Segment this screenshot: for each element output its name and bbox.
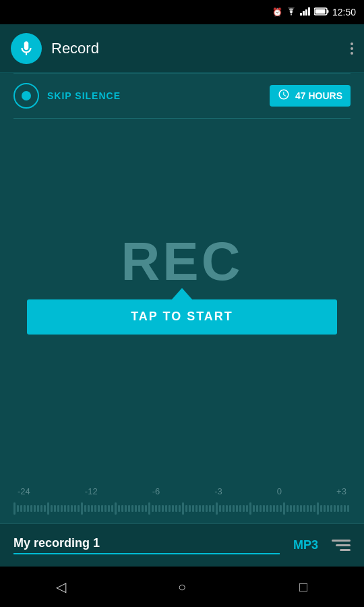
meter-tick bbox=[64, 505, 66, 512]
more-options-button[interactable] bbox=[351, 42, 353, 55]
meter-tick bbox=[233, 505, 235, 512]
battery-icon bbox=[314, 7, 329, 18]
toolbar-title: Record bbox=[51, 40, 351, 57]
meter-tick bbox=[158, 505, 160, 512]
meter-tick bbox=[145, 505, 147, 512]
meter-tick bbox=[189, 505, 191, 512]
meter-label-minus6: -6 bbox=[152, 486, 160, 496]
meter-tick bbox=[222, 505, 224, 512]
meter-tick bbox=[239, 505, 241, 512]
meter-tick bbox=[84, 505, 86, 512]
meter-tick bbox=[253, 505, 255, 512]
meter-tick bbox=[216, 502, 218, 515]
status-icons: ⏰ 12:50 bbox=[272, 7, 356, 18]
meter-tick bbox=[20, 505, 22, 512]
dot1 bbox=[351, 42, 353, 45]
back-button[interactable]: ◁ bbox=[47, 573, 74, 600]
meter-tick bbox=[128, 505, 130, 512]
meter-tick bbox=[24, 505, 26, 512]
meter-tick bbox=[138, 505, 140, 512]
meter-tick bbox=[260, 505, 262, 512]
dot3 bbox=[351, 52, 353, 55]
meter-tick bbox=[165, 505, 167, 512]
nav-bar: ◁ ○ □ bbox=[0, 567, 364, 607]
meter-tick bbox=[212, 505, 214, 512]
meter-tick bbox=[88, 505, 90, 512]
export-line-1 bbox=[332, 540, 351, 542]
skip-silence-control: SKIP SILENCE bbox=[13, 83, 121, 109]
svg-rect-5 bbox=[315, 9, 325, 13]
meter-tick bbox=[334, 505, 336, 512]
meter-tick bbox=[276, 505, 278, 512]
meter-tick bbox=[290, 505, 292, 512]
meter-tick bbox=[74, 505, 76, 512]
recording-format: MP3 bbox=[293, 538, 318, 552]
meter-tick bbox=[169, 505, 171, 512]
meter-tick bbox=[101, 505, 103, 512]
svg-rect-3 bbox=[308, 7, 310, 16]
meter-tick bbox=[51, 505, 53, 512]
meter-tick bbox=[300, 505, 302, 512]
signal-icon bbox=[300, 7, 311, 18]
svg-rect-6 bbox=[327, 10, 329, 13]
meter-tick bbox=[317, 502, 319, 515]
hours-badge[interactable]: 47 HOURS bbox=[270, 85, 351, 107]
meter-tick bbox=[142, 505, 144, 512]
meter-tick bbox=[307, 505, 309, 512]
mic-icon bbox=[11, 33, 42, 64]
meter-tick bbox=[67, 505, 69, 512]
svg-rect-0 bbox=[300, 13, 302, 16]
hours-text: 47 HOURS bbox=[295, 90, 342, 101]
status-time: 12:50 bbox=[332, 7, 356, 18]
meter-tick bbox=[179, 505, 181, 512]
meter-tick bbox=[206, 505, 208, 512]
meter-tick bbox=[81, 502, 83, 515]
meter-tick bbox=[249, 502, 251, 515]
meter-tick bbox=[17, 505, 19, 512]
wifi-icon bbox=[286, 7, 297, 18]
meter-tick bbox=[40, 505, 42, 512]
meter-tick bbox=[115, 502, 117, 515]
meter-tick bbox=[263, 505, 265, 512]
home-button[interactable]: ○ bbox=[169, 573, 195, 600]
meter-tick bbox=[347, 505, 349, 512]
meter-tick bbox=[71, 505, 73, 512]
meter-tick bbox=[148, 502, 150, 515]
rec-label: REC bbox=[121, 231, 243, 293]
meter-tick bbox=[131, 505, 133, 512]
meter-tick bbox=[256, 505, 258, 512]
meter-tick bbox=[283, 502, 285, 515]
toggle-indicator bbox=[22, 91, 31, 100]
meter-tick bbox=[61, 505, 63, 512]
meter-label-minus24: -24 bbox=[18, 486, 30, 496]
meter-tick bbox=[185, 505, 187, 512]
meter-tick bbox=[172, 505, 174, 512]
meter-labels: -24 -12 -6 -3 0 +3 bbox=[13, 486, 351, 496]
meter-tick bbox=[344, 505, 346, 512]
meter-tick bbox=[266, 505, 268, 512]
meter-tick bbox=[226, 505, 228, 512]
meter-tick bbox=[273, 505, 275, 512]
meter-tick bbox=[330, 505, 332, 512]
meter-tick bbox=[202, 505, 204, 512]
export-button[interactable] bbox=[332, 540, 351, 551]
meter-label-minus3: -3 bbox=[214, 486, 222, 496]
meter-label-plus3: +3 bbox=[336, 486, 346, 496]
toolbar: Record bbox=[0, 24, 364, 73]
meter-section: -24 -12 -6 -3 0 +3 bbox=[0, 473, 364, 523]
meter-tick bbox=[175, 505, 177, 512]
meter-tick bbox=[27, 505, 29, 512]
meter-tick bbox=[13, 502, 16, 515]
meter-tick bbox=[162, 505, 164, 512]
meter-tick bbox=[182, 502, 184, 515]
skip-silence-toggle[interactable] bbox=[13, 83, 39, 109]
meter-tick bbox=[78, 505, 80, 512]
meter-tick bbox=[286, 505, 289, 512]
meter-tick bbox=[219, 505, 221, 512]
meter-tick bbox=[199, 505, 201, 512]
tap-to-start-button[interactable]: TAP TO START bbox=[27, 299, 337, 335]
meter-tick bbox=[94, 505, 96, 512]
clock-icon bbox=[278, 88, 290, 103]
recent-button[interactable]: □ bbox=[290, 573, 317, 600]
meter-label-zero: 0 bbox=[277, 486, 282, 496]
